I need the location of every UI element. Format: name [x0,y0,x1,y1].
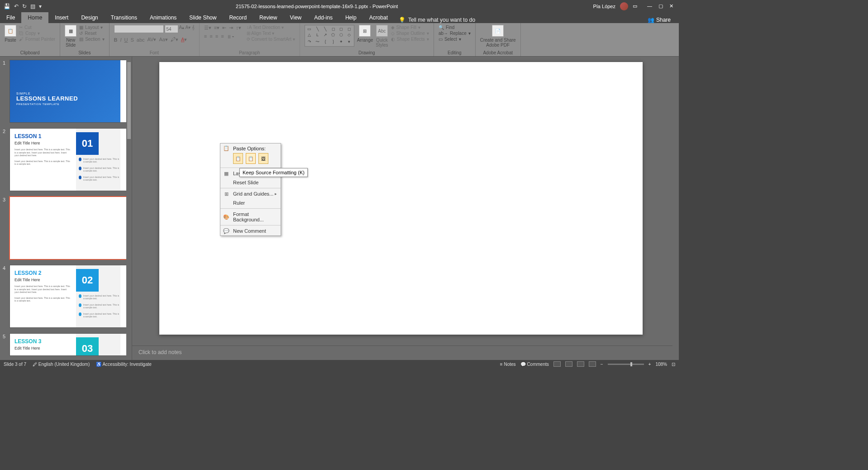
quickstyles-button[interactable]: Abc Quick Styles [376,25,388,48]
indent-right-button[interactable]: ⇥ [229,25,233,31]
paste-button[interactable]: 📋 Paste [5,25,16,43]
tab-view[interactable]: View [283,12,308,23]
find-button[interactable]: 🔍 Find [439,25,471,30]
paste-picture-button[interactable]: 🖼 [258,153,268,164]
ctx-format-background[interactable]: 🎨 Format Background... [220,210,281,224]
numbering-button[interactable]: ≡▾ [214,25,219,31]
underline-button[interactable]: U [124,37,128,43]
accessibility-indicator[interactable]: ♿ Accessibility: Investigate [96,362,152,367]
zoom-out-button[interactable]: − [601,362,603,367]
zoom-slider[interactable] [608,364,644,365]
shapeoutline-button[interactable]: ◇ Shape Outline ▾ [391,31,429,36]
thumbnail-3[interactable]: 3 [10,197,127,259]
qat-more-icon[interactable]: ▾ [39,3,42,10]
smartart-button[interactable]: ⟳ Convert to SmartArt ▾ [247,37,295,42]
arrange-button[interactable]: ⊞ Arrange [357,25,373,43]
bold-button[interactable]: B [114,37,118,43]
share-button[interactable]: 👥 Share [639,17,679,23]
highlight-button[interactable]: 🖍▾ [171,37,178,43]
new-slide-button[interactable]: ▦ New Slide [65,25,76,48]
fontcolor-button[interactable]: A▾ [181,37,187,43]
minimize-icon[interactable]: — [647,3,652,9]
thumbnail-scrollbar[interactable] [126,57,132,360]
scrollbar-handle[interactable] [127,62,131,139]
tab-home[interactable]: Home [21,12,48,23]
fit-window-button[interactable]: ⊡ [672,362,675,367]
bullets-button[interactable]: ☰▾ [204,25,211,31]
tab-design[interactable]: Design [75,12,104,23]
justify-button[interactable]: ≡ [221,34,224,39]
save-icon[interactable]: 💾 [4,3,10,10]
reading-view-button[interactable] [577,361,584,367]
case-button[interactable]: Aa▾ [159,37,167,43]
thumbnail-5[interactable]: 5 LESSON 3 Edit Title Here 03 [10,334,127,355]
align-right-button[interactable]: ≡ [215,34,218,39]
user-avatar[interactable] [620,2,628,10]
section-button[interactable]: ▤ Section ▾ [79,37,104,42]
tab-acrobat[interactable]: Acrobat [363,12,394,23]
redo-icon[interactable]: ↻ [22,3,27,10]
aligntext-button[interactable]: ⊞ Align Text ▾ [247,31,295,36]
comments-toggle[interactable]: 💬 Comments [520,362,549,367]
textdirection-button[interactable]: ↕A Text Direction ▾ [247,25,295,30]
reset-button[interactable]: ↺ Reset [79,31,104,36]
replace-button[interactable]: ab→ Replace ▾ [439,31,471,36]
tab-review[interactable]: Review [253,12,283,23]
spacing-button[interactable]: AV▾ [148,37,157,43]
language-indicator[interactable]: 🖉 English (United Kingdom) [33,362,90,367]
select-button[interactable]: ▭ Select ▾ [439,37,471,42]
ctx-new-comment[interactable]: 💬 New Comment [220,226,281,235]
user-name[interactable]: Pía López [593,4,615,9]
notes-toggle[interactable]: ≡ Notes [500,362,516,367]
indent-left-button[interactable]: ⇤ [222,25,226,31]
ctx-grid-guides[interactable]: ⊞ Grid and Guides...▸ [220,189,281,198]
zoom-in-button[interactable]: + [649,362,651,367]
shapeeffects-button[interactable]: ◐ Shape Effects ▾ [391,37,429,42]
paste-use-destination-button[interactable]: 📋 [233,153,243,164]
paste-keep-source-button[interactable]: 📋 [246,153,256,164]
shadow-button[interactable]: S [130,37,134,43]
shapefill-button[interactable]: ◆ Shape Fill ▾ [391,25,429,30]
ctx-reset-slide[interactable]: Reset Slide [220,178,281,187]
share-label: Share [656,17,671,23]
thumbnail-2[interactable]: 2 LESSON 1 Edit Title Here Insert your d… [10,129,127,191]
ctx-ruler[interactable]: Ruler [220,198,281,207]
columns-button[interactable]: ⫼▾ [227,34,234,39]
align-center-button[interactable]: ≡ [210,34,212,39]
slideshow-view-button[interactable] [589,361,596,367]
start-icon[interactable]: ▤ [30,3,35,10]
tab-addins[interactable]: Add-ins [308,12,339,23]
sorter-view-button[interactable] [565,361,572,367]
notes-pane[interactable]: Click to add notes [132,345,672,360]
close-icon[interactable]: ✕ [669,3,673,9]
font-name-input[interactable] [114,25,164,33]
font-size-input[interactable]: 54 [165,25,178,33]
shapes-gallery[interactable]: ▭╲╲◻◻◻ △L↗⬠⬡◇ ↷〜{}✦▾ [305,25,354,47]
ribbon-options-icon[interactable]: ▭ [633,3,637,9]
tab-file[interactable]: File [0,12,21,23]
tab-animations[interactable]: Animations [143,12,183,23]
tab-insert[interactable]: Insert [48,12,75,23]
layout-button[interactable]: ▦ Layout ▾ [79,25,104,30]
zoom-slider-handle[interactable] [630,362,632,366]
align-left-button[interactable]: ≡ [204,34,207,39]
tab-slideshow[interactable]: Slide Show [183,12,223,23]
cut-button[interactable]: ✂ Cut [19,25,55,30]
tab-transitions[interactable]: Transitions [105,12,143,23]
tell-me[interactable]: 💡 Tell me what you want to do [394,17,480,23]
adobe-pdf-button[interactable]: 📄 Create and Share Adobe PDF [480,25,516,48]
zoom-level[interactable]: 108% [655,362,667,367]
strike-button[interactable]: abc [137,37,145,43]
linespacing-button[interactable]: ↕▾ [236,25,241,31]
thumbnail-4[interactable]: 4 LESSON 2 Edit Title Here Insert your d… [10,265,127,327]
tab-help[interactable]: Help [339,12,363,23]
maximize-icon[interactable]: ▢ [658,3,663,9]
tab-record[interactable]: Record [223,12,253,23]
slide-counter[interactable]: Slide 3 of 7 [4,362,26,367]
italic-button[interactable]: I [120,37,121,43]
copy-button[interactable]: ⿻ Copy ▾ [19,31,55,36]
thumbnail-1[interactable]: 1 SIMPLE LESSONS LEARNED PRESENTATION TE… [10,60,127,122]
undo-icon[interactable]: ↶ [14,3,19,10]
normal-view-button[interactable] [553,361,561,367]
format-painter-button[interactable]: 🖌 Format Painter [19,37,55,42]
